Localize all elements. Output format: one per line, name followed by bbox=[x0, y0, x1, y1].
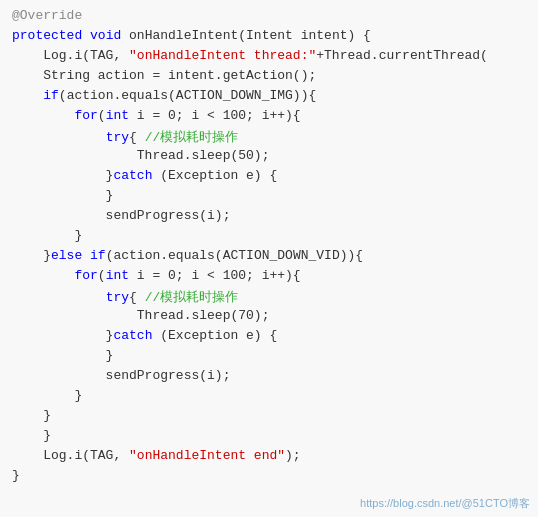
code-line: for(int i = 0; i < 100; i++){ bbox=[0, 268, 538, 288]
code-line: } bbox=[0, 388, 538, 408]
code-line: if(action.equals(ACTION_DOWN_IMG)){ bbox=[0, 88, 538, 108]
code-token: } bbox=[12, 408, 51, 423]
code-token: try bbox=[106, 130, 129, 145]
code-token: try bbox=[106, 290, 129, 305]
code-line: @Override bbox=[0, 8, 538, 28]
code-token bbox=[82, 28, 90, 43]
code-token bbox=[82, 248, 90, 263]
code-token: for bbox=[74, 268, 97, 283]
code-line: } bbox=[0, 428, 538, 448]
code-line: Thread.sleep(50); bbox=[0, 148, 538, 168]
code-token: +Thread.currentThread( bbox=[316, 48, 488, 63]
code-token: String action = intent.getAction(); bbox=[12, 68, 316, 83]
code-token: { bbox=[129, 130, 145, 145]
code-token: } bbox=[12, 248, 51, 263]
code-line: } bbox=[0, 348, 538, 368]
code-token: (action.equals(ACTION_DOWN_VID)){ bbox=[106, 248, 363, 263]
code-token: } bbox=[12, 348, 113, 363]
code-token: Log.i(TAG, bbox=[12, 48, 129, 63]
code-line: sendProgress(i); bbox=[0, 208, 538, 228]
code-token: Log.i(TAG, bbox=[12, 448, 129, 463]
code-token: //模拟耗时操作 bbox=[145, 288, 239, 306]
code-token: } bbox=[12, 388, 82, 403]
code-token: if bbox=[90, 248, 106, 263]
code-token: (Exception e) { bbox=[152, 328, 277, 343]
code-token: protected bbox=[12, 28, 82, 43]
code-token: sendProgress(i); bbox=[12, 368, 230, 383]
code-token: //模拟耗时操作 bbox=[145, 128, 239, 146]
code-line: sendProgress(i); bbox=[0, 368, 538, 388]
code-token: catch bbox=[113, 328, 152, 343]
code-line: } bbox=[0, 228, 538, 248]
code-token: "onHandleIntent end" bbox=[129, 448, 285, 463]
watermark: https://blog.csdn.net/@51CTO博客 bbox=[360, 496, 530, 511]
code-token: "onHandleIntent thread:" bbox=[129, 48, 316, 63]
code-token: Thread.sleep(50); bbox=[12, 148, 269, 163]
code-line: } bbox=[0, 188, 538, 208]
code-line: try{ //模拟耗时操作 bbox=[0, 288, 538, 308]
code-line: Log.i(TAG, "onHandleIntent end"); bbox=[0, 448, 538, 468]
code-token: } bbox=[12, 228, 82, 243]
code-line: protected void onHandleIntent(Intent int… bbox=[0, 28, 538, 48]
code-line: for(int i = 0; i < 100; i++){ bbox=[0, 108, 538, 128]
code-token bbox=[12, 88, 43, 103]
code-token: ); bbox=[285, 448, 301, 463]
code-editor: @Overrideprotected void onHandleIntent(I… bbox=[0, 0, 538, 517]
code-token: } bbox=[12, 468, 20, 483]
code-token: } bbox=[12, 168, 113, 183]
code-token: sendProgress(i); bbox=[12, 208, 230, 223]
code-token: (Exception e) { bbox=[152, 168, 277, 183]
code-line: }else if(action.equals(ACTION_DOWN_VID))… bbox=[0, 248, 538, 268]
code-line: }catch (Exception e) { bbox=[0, 168, 538, 188]
code-token bbox=[12, 130, 106, 145]
code-token: void bbox=[90, 28, 121, 43]
code-token: for bbox=[74, 108, 97, 123]
code-token: { bbox=[129, 290, 145, 305]
code-token: } bbox=[12, 428, 51, 443]
code-line: String action = intent.getAction(); bbox=[0, 68, 538, 88]
code-token: i = 0; i < 100; i++){ bbox=[129, 268, 301, 283]
code-line: } bbox=[0, 408, 538, 428]
code-token: onHandleIntent(Intent intent) { bbox=[121, 28, 371, 43]
code-token: int bbox=[106, 268, 129, 283]
code-token: } bbox=[12, 328, 113, 343]
code-token: int bbox=[106, 108, 129, 123]
code-token: @Override bbox=[12, 8, 82, 23]
code-token bbox=[12, 268, 74, 283]
code-token: ( bbox=[98, 268, 106, 283]
code-token: (action.equals(ACTION_DOWN_IMG)){ bbox=[59, 88, 316, 103]
code-line: Thread.sleep(70); bbox=[0, 308, 538, 328]
code-token: if bbox=[43, 88, 59, 103]
code-line: } bbox=[0, 468, 538, 488]
code-token: ( bbox=[98, 108, 106, 123]
code-line: }catch (Exception e) { bbox=[0, 328, 538, 348]
code-line: try{ //模拟耗时操作 bbox=[0, 128, 538, 148]
code-token bbox=[12, 108, 74, 123]
code-line: Log.i(TAG, "onHandleIntent thread:"+Thre… bbox=[0, 48, 538, 68]
code-token: else bbox=[51, 248, 82, 263]
code-token: i = 0; i < 100; i++){ bbox=[129, 108, 301, 123]
code-token: } bbox=[12, 188, 113, 203]
code-token: Thread.sleep(70); bbox=[12, 308, 269, 323]
code-token bbox=[12, 290, 106, 305]
code-token: catch bbox=[113, 168, 152, 183]
